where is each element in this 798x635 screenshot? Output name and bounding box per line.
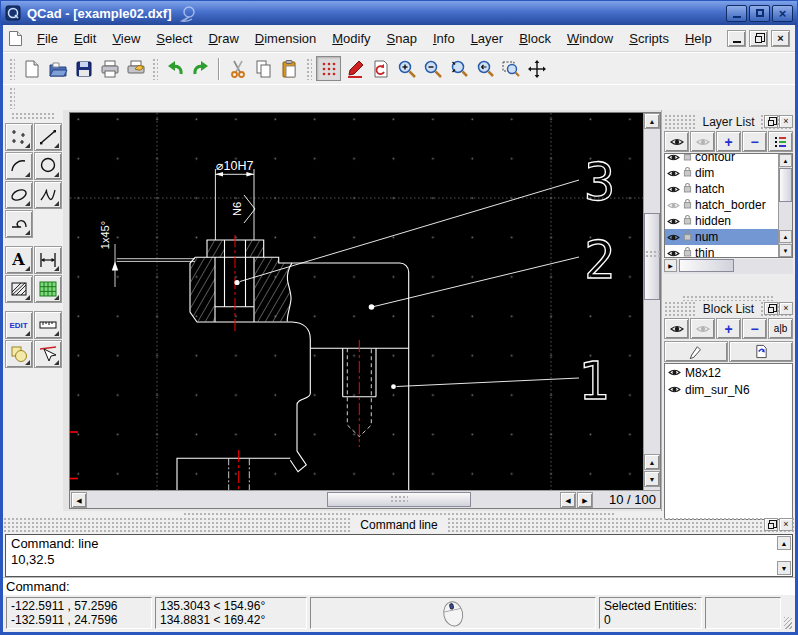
rename-block-button[interactable]: a|b [768, 318, 793, 339]
block-list-float-button[interactable] [764, 302, 778, 315]
zoom-auto-button[interactable] [446, 56, 471, 81]
hide-all-blocks-button[interactable] [690, 318, 715, 339]
toolbar-grip[interactable] [9, 87, 15, 109]
close-button[interactable]: × [772, 5, 793, 22]
save-button[interactable] [71, 56, 96, 81]
print-button[interactable] [97, 56, 122, 81]
open-file-button[interactable] [45, 56, 70, 81]
zoom-previous-button[interactable] [472, 56, 497, 81]
block-row[interactable]: M8x12 [665, 364, 792, 381]
add-block-button[interactable]: + [716, 318, 741, 339]
image-tool-button[interactable] [34, 275, 62, 303]
scroll-up-button-2[interactable]: ▲ [644, 454, 660, 470]
points-tool-button[interactable] [5, 123, 33, 151]
new-file-button[interactable] [19, 56, 44, 81]
ellipses-tool-button[interactable] [5, 181, 33, 209]
block-list-close-button[interactable]: × [779, 302, 793, 315]
scroll-up-button-2[interactable]: ▲ [779, 230, 792, 243]
maximize-button[interactable] [749, 5, 770, 22]
menu-item[interactable]: File [29, 28, 66, 49]
undo-button[interactable] [162, 56, 187, 81]
command-close-button[interactable]: × [779, 518, 793, 531]
drawing-canvas[interactable]: ⌀10H7 N6 1x45° [70, 113, 643, 490]
zoom-window-button[interactable] [498, 56, 523, 81]
print-preview-button[interactable] [123, 56, 148, 81]
layer-visibility-icon[interactable] [667, 249, 680, 258]
horizontal-scroll-thumb[interactable] [327, 492, 471, 507]
scroll-thumb[interactable] [679, 259, 734, 272]
scroll-down-button[interactable]: ▼ [779, 244, 792, 257]
edit-tool-button[interactable]: EDIT [5, 311, 33, 339]
layer-settings-button[interactable] [768, 131, 793, 152]
canvas-horizontal-scrollbar[interactable]: ◀ ◀ ▶ 10 / 100 [70, 490, 660, 508]
menu-item[interactable]: Window [559, 28, 621, 49]
zoom-out-button[interactable] [420, 56, 445, 81]
polylines-tool-button[interactable] [5, 210, 33, 238]
vertical-scroll-thumb[interactable] [644, 213, 660, 300]
show-all-blocks-button[interactable] [664, 318, 689, 339]
redraw-button[interactable] [368, 56, 393, 81]
menu-item[interactable]: Layer [463, 28, 512, 49]
menu-item[interactable]: View [104, 28, 148, 49]
palette-grip[interactable] [11, 112, 55, 120]
menu-item[interactable]: Modify [324, 28, 378, 49]
menu-item[interactable]: Block [511, 28, 559, 49]
layer-visibility-icon[interactable] [667, 217, 680, 226]
insert-block-button[interactable] [729, 341, 793, 362]
layer-list-vscrollbar[interactable]: ▲ ▲ ▼ [778, 154, 792, 257]
scroll-right-button[interactable]: ▶ [664, 259, 677, 272]
layer-visibility-icon[interactable] [667, 233, 680, 242]
layer-row[interactable]: contour [665, 153, 778, 165]
paste-button[interactable] [277, 56, 302, 81]
menu-item[interactable]: Scripts [621, 28, 677, 49]
layer-list-float-button[interactable] [764, 115, 778, 128]
menu-item[interactable]: Info [425, 28, 463, 49]
scroll-left-button-2[interactable]: ◀ [560, 492, 576, 508]
toolbar-grip[interactable] [9, 58, 15, 80]
select-tool-button[interactable] [34, 340, 62, 368]
add-layer-button[interactable]: + [716, 131, 741, 152]
command-float-button[interactable] [764, 518, 778, 531]
grid-toggle-button[interactable] [316, 56, 341, 81]
layer-row[interactable]: hatch_border [665, 197, 778, 213]
layer-row[interactable]: num [665, 229, 778, 245]
layer-row[interactable]: hatch [665, 181, 778, 197]
layer-row[interactable]: dim [665, 165, 778, 181]
layer-list-titlebar[interactable]: Layer List × [664, 114, 793, 130]
mdi-restore-button[interactable] [749, 30, 768, 47]
scroll-left-button[interactable]: ◀ [71, 492, 87, 508]
layer-visibility-icon[interactable] [667, 153, 680, 162]
scroll-right-button[interactable]: ▶ [577, 492, 593, 508]
block-row[interactable]: dim_sur_N6 [665, 381, 792, 398]
menu-item[interactable]: Help [677, 28, 720, 49]
command-input[interactable]: Command: [3, 577, 795, 595]
menu-item[interactable]: Snap [379, 28, 425, 49]
dimensions-tool-button[interactable] [34, 246, 62, 274]
menu-item[interactable]: Dimension [247, 28, 324, 49]
blocks-tool-button[interactable] [5, 340, 33, 368]
zoom-in-button[interactable] [394, 56, 419, 81]
minimize-button[interactable] [726, 5, 747, 22]
mdi-close-button[interactable]: × [771, 30, 790, 47]
cut-button[interactable] [225, 56, 250, 81]
scroll-up-button[interactable]: ▲ [644, 113, 660, 129]
circles-tool-button[interactable] [34, 152, 62, 180]
copy-button[interactable] [251, 56, 276, 81]
menu-item[interactable]: Select [148, 28, 200, 49]
menu-item[interactable]: Edit [66, 28, 104, 49]
title-bar[interactable]: QCad - [example02.dxf] × [1, 1, 797, 25]
measure-tool-button[interactable] [34, 311, 62, 339]
block-visibility-icon[interactable] [668, 385, 681, 394]
layer-visibility-icon[interactable] [667, 185, 680, 194]
layer-visibility-icon[interactable] [667, 169, 680, 178]
hide-all-layers-button[interactable] [690, 131, 715, 152]
layer-list-close-button[interactable]: × [779, 115, 793, 128]
arcs-tool-button[interactable] [5, 152, 33, 180]
remove-block-button[interactable]: − [742, 318, 767, 339]
splines-tool-button[interactable] [34, 181, 62, 209]
layer-row[interactable]: hidden [665, 213, 778, 229]
hatch-tool-button[interactable] [5, 275, 33, 303]
scroll-up-button[interactable]: ▲ [779, 154, 792, 167]
mdi-minimize-button[interactable] [727, 30, 746, 47]
layer-row[interactable]: thin [665, 245, 778, 258]
